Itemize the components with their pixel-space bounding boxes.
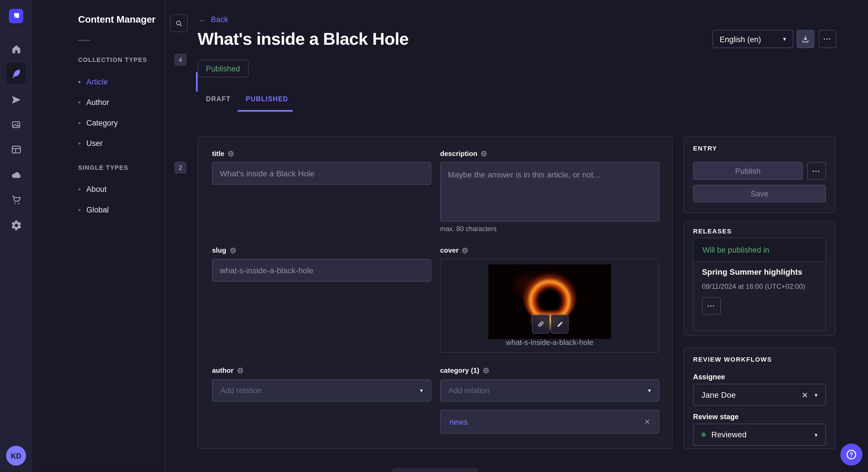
sidebar-item-about[interactable]: • About bbox=[78, 183, 183, 195]
panel-title: Content Manager bbox=[78, 14, 156, 25]
download-button[interactable] bbox=[797, 30, 814, 48]
author-relation-select[interactable]: Add relation ▾ bbox=[212, 379, 431, 401]
tab-published[interactable]: PUBLISHED bbox=[246, 95, 288, 103]
chevron-down-icon: ▾ bbox=[420, 387, 423, 394]
save-button[interactable]: Save bbox=[693, 185, 826, 202]
bullet-icon: • bbox=[78, 119, 81, 127]
more-options-button[interactable]: ••• bbox=[818, 30, 836, 48]
entry-more-button[interactable]: ••• bbox=[807, 162, 826, 180]
cover-copy-link-button[interactable] bbox=[532, 314, 550, 334]
publish-button[interactable]: Publish bbox=[693, 162, 803, 180]
sidebar-item-label: Global bbox=[86, 205, 109, 214]
sidebar-item-label: Article bbox=[86, 77, 108, 86]
review-stage-select[interactable]: Reviewed ▾ bbox=[693, 424, 826, 446]
release-status-text: Will be published in bbox=[702, 245, 769, 254]
sidebar-item-category[interactable]: • Category bbox=[78, 117, 183, 129]
marketplace-cart-nav-icon[interactable] bbox=[6, 190, 26, 210]
field-label-text: description bbox=[440, 150, 477, 158]
release-more-button[interactable]: ••• bbox=[702, 297, 721, 315]
sidebar-item-global[interactable]: • Global bbox=[78, 204, 183, 216]
sidebar-item-label: Category bbox=[86, 119, 118, 127]
pencil-icon bbox=[556, 321, 563, 328]
assignee-value: Jane Doe bbox=[702, 391, 736, 400]
releases-panel-heading: RELEASES bbox=[693, 228, 732, 235]
slug-input[interactable] bbox=[212, 259, 431, 281]
search-button[interactable] bbox=[170, 14, 188, 32]
user-avatar[interactable]: KD bbox=[6, 446, 26, 465]
release-name: Spring Summer highlights bbox=[702, 268, 802, 276]
settings-gear-nav-icon[interactable] bbox=[6, 215, 26, 235]
description-field-label: description bbox=[440, 150, 487, 158]
select-placeholder: Add relation bbox=[220, 386, 262, 395]
back-arrow-icon: ← bbox=[198, 15, 206, 24]
description-textarea[interactable]: Maybe the answer is in this article, or … bbox=[440, 162, 659, 222]
remove-relation-icon[interactable]: × bbox=[645, 417, 650, 426]
tab-draft[interactable]: DRAFT bbox=[206, 95, 230, 103]
collection-types-heading: COLLECTION TYPES bbox=[78, 57, 147, 63]
description-helper-text: max. 80 characters bbox=[440, 225, 497, 233]
back-label: Back bbox=[211, 15, 228, 24]
review-workflows-heading: REVIEW WORKFLOWS bbox=[693, 356, 772, 363]
field-label-text: slug bbox=[212, 247, 226, 255]
sidebar-item-article[interactable]: • Article bbox=[78, 76, 183, 88]
locale-value: English (en) bbox=[720, 35, 761, 43]
globe-icon bbox=[237, 367, 243, 374]
sidebar-item-user[interactable]: • User bbox=[78, 137, 183, 149]
content-manager-panel: Content Manager COLLECTION TYPES 4 • Art… bbox=[32, 0, 166, 472]
content-manager-nav-icon[interactable] bbox=[7, 63, 26, 84]
slug-field-label: slug bbox=[212, 247, 236, 255]
chevron-down-icon: ▾ bbox=[815, 431, 818, 438]
globe-icon bbox=[228, 150, 234, 157]
relation-link-news[interactable]: news bbox=[450, 417, 468, 426]
category-relation-item: news × bbox=[440, 410, 659, 434]
media-library-nav-icon[interactable] bbox=[6, 114, 26, 134]
globe-icon bbox=[229, 247, 236, 254]
back-link[interactable]: ← Back bbox=[198, 15, 228, 24]
title-field-label: title bbox=[212, 150, 235, 158]
strapi-logo-glyph bbox=[12, 12, 21, 21]
review-stage-label: Review stage bbox=[693, 413, 739, 421]
deploy-cloud-nav-icon[interactable] bbox=[6, 165, 26, 185]
locale-select[interactable]: English (en) ▾ bbox=[712, 30, 794, 48]
releases-nav-icon[interactable] bbox=[6, 90, 26, 109]
help-button[interactable]: ? bbox=[840, 444, 863, 466]
sidebar-item-label: User bbox=[86, 139, 103, 148]
entry-panel-heading: ENTRY bbox=[693, 145, 717, 151]
cover-field-label: cover bbox=[440, 247, 468, 255]
chevron-down-icon: ▾ bbox=[648, 387, 651, 394]
bullet-icon: • bbox=[78, 78, 81, 86]
more-icon: ••• bbox=[707, 303, 715, 308]
home-nav-icon[interactable] bbox=[6, 39, 26, 59]
question-mark-icon: ? bbox=[845, 448, 857, 461]
sidebar-item-author[interactable]: • Author bbox=[78, 96, 183, 108]
category-relation-select[interactable]: Add relation ▾ bbox=[440, 379, 659, 401]
assignee-combobox[interactable]: Jane Doe × ▾ bbox=[693, 384, 826, 406]
cover-filename: what-s-inside-a-black-hole bbox=[440, 338, 659, 347]
release-status: Will be published in bbox=[694, 238, 826, 262]
sidebar-item-label: About bbox=[86, 185, 107, 194]
category-field-label: category (1) bbox=[440, 367, 489, 374]
single-types-count: 2 bbox=[175, 162, 187, 173]
svg-text:?: ? bbox=[849, 451, 853, 458]
cover-edit-button[interactable] bbox=[551, 314, 569, 334]
clear-assignee-icon[interactable]: × bbox=[802, 390, 808, 400]
bullet-icon: • bbox=[78, 206, 81, 213]
title-input[interactable] bbox=[212, 162, 431, 185]
main-nav-rail: KD bbox=[0, 0, 32, 472]
single-types-heading: SINGLE TYPES bbox=[78, 164, 128, 171]
bullet-icon: • bbox=[78, 139, 81, 147]
globe-icon bbox=[483, 367, 489, 374]
bullet-icon: • bbox=[78, 185, 81, 193]
search-icon bbox=[175, 19, 183, 28]
next-section-peek bbox=[391, 468, 479, 472]
bullet-icon: • bbox=[78, 98, 81, 106]
content-type-builder-nav-icon[interactable] bbox=[6, 139, 26, 159]
field-label-text: title bbox=[212, 150, 224, 158]
author-field-label: author bbox=[212, 367, 244, 374]
strapi-logo[interactable] bbox=[9, 9, 23, 23]
sidebar-item-label: Author bbox=[86, 98, 110, 107]
stage-status-dot bbox=[702, 432, 706, 437]
field-label-text: cover bbox=[440, 247, 458, 255]
download-icon bbox=[801, 35, 810, 43]
collection-types-count: 4 bbox=[175, 54, 187, 66]
